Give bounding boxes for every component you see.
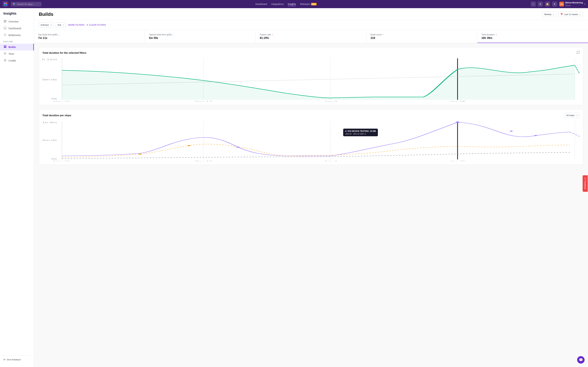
sidebar-item-builds[interactable]: Builds xyxy=(0,44,34,50)
svg-rect-16 xyxy=(4,47,5,48)
svg-rect-18 xyxy=(4,53,6,53)
notifications-chevron[interactable]: ▾ xyxy=(552,1,557,7)
chart1-section: Total duration for the selected filters … xyxy=(39,47,583,105)
filter2-select[interactable]: test xyxy=(56,22,66,27)
svg-text:Nov 21: Nov 21 xyxy=(53,100,70,102)
svg-point-47 xyxy=(456,121,459,123)
sidebar-item-bottlenecks[interactable]: Bottlenecks xyxy=(0,32,34,39)
svg-rect-10 xyxy=(4,27,6,29)
stat-cards: Top build time (p90) ↓ 7m 11s Typical bu… xyxy=(34,30,588,43)
nav-insights[interactable]: Insights xyxy=(288,2,296,6)
feedback-tab[interactable]: ✉ Feedback xyxy=(583,175,588,192)
user-menu[interactable]: BM Bitrise-Monitoring Owner ▾ xyxy=(559,1,585,7)
svg-text:2h 11m: 2h 11m xyxy=(42,58,57,60)
stat-top-build-time[interactable]: Top build time (p90) ↓ 7m 11s xyxy=(34,30,145,43)
svg-point-45 xyxy=(236,146,239,148)
trend-up-icon: ↑ xyxy=(496,33,497,36)
svg-point-48 xyxy=(510,131,513,132)
sidebar-item-overview[interactable]: Overview xyxy=(0,18,34,25)
sidebar-item-tests[interactable]: Tests xyxy=(0,50,34,57)
chart2-section: Total duration per steps All steps 1h 9m… xyxy=(39,109,583,165)
svg-rect-17 xyxy=(5,47,6,48)
stat-failure-rate[interactable]: Failure rate ↑ 81.19% xyxy=(256,30,366,43)
period-dropdown[interactable]: Weekly ⌄ xyxy=(542,12,556,17)
nav-integrations[interactable]: Integrations xyxy=(271,2,284,6)
sidebar-item-credits[interactable]: Credits xyxy=(0,57,34,64)
svg-rect-15 xyxy=(5,46,6,47)
nav-releases[interactable]: Releases NEW xyxy=(300,2,317,6)
svg-rect-0 xyxy=(4,3,5,4)
svg-point-49 xyxy=(534,135,537,136)
chart1-title: Total duration for the selected filters xyxy=(42,51,86,54)
svg-text:50m 0s: 50m 0s xyxy=(42,78,57,81)
filter1-select[interactable]: bullseye xyxy=(39,22,54,27)
more-filters-button[interactable]: MORE FILTERS xyxy=(68,24,84,26)
trend-down-icon: ↓ xyxy=(59,33,60,36)
page-layout: Insights Overview Dashboards Bottlenecks… xyxy=(0,8,588,367)
filters-row: bullseye test MORE FILTERS ✕ CLEAR FILTE… xyxy=(34,20,588,30)
svg-rect-9 xyxy=(5,21,6,22)
svg-text:25m 0s: 25m 0s xyxy=(42,139,57,141)
notifications-button[interactable]: 🔔 xyxy=(545,1,550,7)
svg-text:Jan 3: Jan 3 xyxy=(324,100,337,102)
credits-icon xyxy=(3,59,7,62)
range-chevron-icon: ⌄ xyxy=(579,13,581,16)
svg-rect-8 xyxy=(4,21,5,22)
overview-icon xyxy=(3,20,7,23)
nav-links: Dashboard Integrations Insights Releases… xyxy=(44,2,528,6)
calendar-icon: 📅 xyxy=(561,13,563,16)
clear-filters-button[interactable]: ✕ CLEAR FILTERS xyxy=(86,24,106,26)
search-bar[interactable]: 🔍 xyxy=(11,2,42,7)
main-content: Builds Weekly ⌄ 📅 Last 12 weeks ⌄ bulls xyxy=(34,8,588,367)
user-text: Bitrise-Monitoring Owner xyxy=(565,1,583,7)
trend-up-icon: ↑ xyxy=(272,33,273,36)
stat-total-duration[interactable]: Total duration ↑ 16h 39m xyxy=(477,30,588,43)
add-button[interactable]: ＋ xyxy=(531,1,536,7)
svg-point-44 xyxy=(139,154,142,155)
app-logo[interactable] xyxy=(3,1,8,7)
svg-rect-19 xyxy=(4,53,6,54)
avatar: BM xyxy=(559,2,564,7)
main-header: Builds Weekly ⌄ 📅 Last 12 weeks ⌄ xyxy=(34,8,588,20)
svg-text:Jan 25: Jan 25 xyxy=(450,160,466,161)
chevron-down-icon[interactable]: ▾ xyxy=(538,1,543,7)
svg-text:Dec 12: Dec 12 xyxy=(195,100,212,102)
svg-rect-20 xyxy=(4,54,6,54)
give-feedback-button[interactable]: ✉ Give feedback xyxy=(3,358,30,361)
builds-icon xyxy=(3,45,7,49)
page-title-row: Builds Weekly ⌄ 📅 Last 12 weeks ⌄ xyxy=(39,12,583,20)
svg-text:0s: 0s xyxy=(51,158,57,160)
svg-rect-6 xyxy=(4,20,5,21)
range-dropdown[interactable]: 📅 Last 12 weeks ⌄ xyxy=(558,12,583,17)
stat-typical-build-time[interactable]: Typical build time (p50) ↓ 5m 59s xyxy=(145,30,256,43)
trend-down-icon: ↓ xyxy=(173,33,174,36)
svg-point-22 xyxy=(5,60,6,61)
sidebar-dashboards-label: Dashboards xyxy=(9,27,21,30)
svg-text:BM: BM xyxy=(561,3,563,5)
steps-select[interactable]: All steps xyxy=(564,113,580,118)
svg-text:Jan 3: Jan 3 xyxy=(324,160,337,161)
stat-build-count[interactable]: Build count ↑ 218 xyxy=(366,30,477,43)
svg-text:1h 9m: 1h 9m xyxy=(42,121,57,124)
svg-rect-14 xyxy=(4,46,5,47)
chart1-header: Total duration for the selected filters xyxy=(42,51,580,55)
charts-area: Total duration for the selected filters … xyxy=(34,43,588,173)
close-icon: ✕ xyxy=(86,24,88,26)
feedback-icon: ✉ xyxy=(3,358,5,361)
header-controls: Weekly ⌄ 📅 Last 12 weeks ⌄ xyxy=(542,12,583,17)
svg-rect-1 xyxy=(6,3,7,4)
sidebar-item-dashboards[interactable]: Dashboards xyxy=(0,25,34,32)
page-title: Builds xyxy=(39,12,53,17)
sidebar-builds-label: Builds xyxy=(9,46,16,49)
nav-dashboard[interactable]: Dashboard xyxy=(256,2,267,6)
sidebar: Insights Overview Dashboards Bottlenecks… xyxy=(0,8,34,367)
explore-label: EXPLORE xyxy=(0,39,34,44)
sidebar-overview-label: Overview xyxy=(9,20,18,23)
svg-rect-2 xyxy=(4,4,5,5)
search-input[interactable] xyxy=(17,3,41,5)
chat-button[interactable]: 💬 xyxy=(577,356,585,364)
expand-chart-button[interactable] xyxy=(577,51,580,55)
chart1-container: 2h 11m 50m 0s 0s xyxy=(42,58,580,102)
chart2-container: 1h 9m 25m 0s 0s xyxy=(42,120,580,161)
period-chevron-icon: ⌄ xyxy=(553,13,554,16)
